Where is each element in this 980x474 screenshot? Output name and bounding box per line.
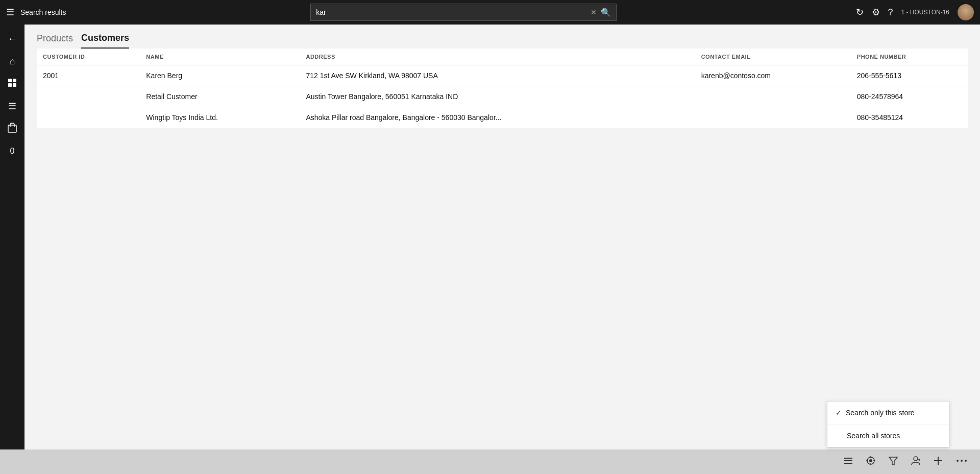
check-icon: ✓	[836, 409, 842, 417]
cell-phone: 080-24578964	[851, 86, 968, 107]
table-body: 2001 Karen Berg 712 1st Ave SW Kirkland,…	[37, 65, 968, 128]
cell-email: karenb@contoso.com	[695, 65, 851, 86]
settings-icon[interactable]: ⚙	[872, 7, 880, 18]
col-name: NAME	[140, 49, 300, 65]
top-bar: ☰ Search results ✕ 🔍 ↻ ⚙ ? 1 - HOUSTON-1…	[0, 0, 980, 25]
svg-point-20	[957, 460, 959, 462]
store-info-text: 1 - HOUSTON-16	[901, 9, 949, 16]
cell-name: Wingtip Toys India Ltd.	[140, 107, 300, 128]
col-email: CONTACT EMAIL	[695, 49, 851, 65]
svg-rect-4	[8, 125, 16, 132]
cell-customer-id	[37, 86, 140, 107]
avatar[interactable]	[958, 4, 974, 20]
tabs: Products Customers	[24, 25, 980, 49]
table-row[interactable]: Retail Customer Austin Tower Bangalore, …	[37, 86, 968, 107]
hamburger-icon: ☰	[8, 101, 16, 112]
svg-rect-1	[13, 79, 16, 82]
main-layout: ← ⌂ ☰	[0, 25, 980, 449]
sidebar-item-menu[interactable]: ☰	[2, 96, 22, 116]
zero-icon: 0	[10, 147, 15, 156]
svg-point-22	[965, 460, 967, 462]
svg-point-9	[869, 459, 872, 462]
clear-icon[interactable]: ✕	[591, 8, 597, 16]
bottom-bar: ✓ Search only this store Search all stor…	[0, 449, 980, 474]
cell-address: Ashoka Pillar road Bangalore, Bangalore …	[300, 107, 695, 128]
cell-email	[695, 107, 851, 128]
table-row[interactable]: Wingtip Toys India Ltd. Ashoka Pillar ro…	[37, 107, 968, 128]
cell-phone: 206-555-5613	[851, 65, 968, 86]
svg-rect-2	[8, 83, 12, 87]
add-icon[interactable]	[933, 456, 943, 468]
more-icon[interactable]	[955, 456, 968, 468]
store-info: 1 - HOUSTON-16	[901, 9, 949, 16]
cell-name: Retail Customer	[140, 86, 300, 107]
cell-customer-id	[37, 107, 140, 128]
products-icon	[7, 78, 17, 90]
sidebar-item-zero[interactable]: 0	[2, 141, 22, 161]
tab-products[interactable]: Products	[37, 33, 73, 48]
col-address: ADDRESS	[300, 49, 695, 65]
search-box: ✕ 🔍	[310, 4, 617, 21]
no-check-icon	[836, 432, 843, 440]
cell-address: Austin Tower Bangalore, 560051 Karnataka…	[300, 86, 695, 107]
col-phone: PHONE NUMBER	[851, 49, 968, 65]
search-all-stores-label: Search all stores	[847, 432, 900, 440]
sidebar: ← ⌂ ☰	[0, 25, 24, 449]
sidebar-item-orders[interactable]	[2, 118, 22, 139]
svg-marker-14	[889, 457, 897, 465]
help-icon[interactable]: ?	[888, 7, 893, 18]
col-customer-id: CUSTOMER ID	[37, 49, 140, 65]
search-box-wrap: ✕ 🔍	[78, 4, 850, 21]
home-icon: ⌂	[10, 56, 15, 67]
search-only-this-store-item[interactable]: ✓ Search only this store	[827, 401, 949, 424]
sidebar-item-products[interactable]	[2, 74, 22, 94]
svg-rect-0	[8, 79, 12, 82]
top-bar-actions: ↻ ⚙ ? 1 - HOUSTON-16	[856, 4, 974, 20]
customers-table: CUSTOMER ID NAME ADDRESS CONTACT EMAIL P…	[37, 49, 968, 128]
back-icon: ←	[8, 34, 17, 44]
svg-point-21	[961, 460, 963, 462]
tab-customers[interactable]: Customers	[81, 33, 129, 49]
sidebar-item-home[interactable]: ⌂	[2, 51, 22, 72]
search-go-icon[interactable]: 🔍	[601, 8, 611, 17]
cell-customer-id: 2001	[37, 65, 140, 86]
search-input[interactable]	[316, 8, 591, 16]
cell-address: 712 1st Ave SW Kirkland, WA 98007 USA	[300, 65, 695, 86]
cell-name: Karen Berg	[140, 65, 300, 86]
svg-rect-3	[13, 83, 16, 87]
cell-phone: 080-35485124	[851, 107, 968, 128]
content: Products Customers CUSTOMER ID NAME ADDR…	[24, 25, 980, 449]
svg-point-15	[914, 457, 918, 461]
table-header: CUSTOMER ID NAME ADDRESS CONTACT EMAIL P…	[37, 49, 968, 65]
search-all-stores-item[interactable]: Search all stores	[827, 424, 949, 447]
bag-icon	[7, 122, 17, 136]
page-title: Search results	[20, 8, 71, 16]
person-icon[interactable]	[911, 456, 921, 468]
menu-icon[interactable]: ☰	[6, 7, 14, 18]
search-scope-popup: ✓ Search only this store Search all stor…	[827, 401, 949, 447]
table-row[interactable]: 2001 Karen Berg 712 1st Ave SW Kirkland,…	[37, 65, 968, 86]
cell-email	[695, 86, 851, 107]
filter-icon[interactable]	[888, 456, 898, 468]
sidebar-item-back[interactable]: ←	[2, 29, 22, 49]
search-only-this-store-label: Search only this store	[846, 409, 915, 417]
refresh-icon[interactable]: ↻	[856, 7, 864, 18]
target-icon[interactable]	[866, 456, 876, 468]
list-icon[interactable]	[843, 456, 853, 468]
table-area: CUSTOMER ID NAME ADDRESS CONTACT EMAIL P…	[24, 49, 980, 449]
